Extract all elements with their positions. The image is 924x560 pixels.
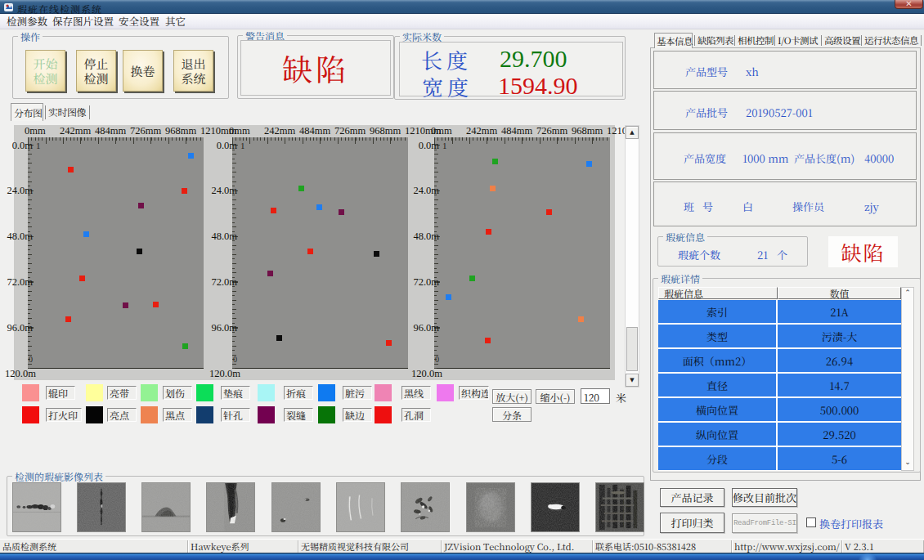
y-ruler-icon (232, 137, 238, 369)
defect-marker[interactable] (316, 204, 322, 210)
legend-swatch-亮点 (86, 406, 103, 423)
table-cell-label[interactable]: 分段 (658, 447, 776, 470)
defect-count-unit: 个 (777, 247, 787, 262)
table-cell-label[interactable]: 横向位置 (658, 398, 776, 421)
read-from-file-button[interactable]: ReadFromFile-SIM (732, 513, 797, 533)
status-section-4: 联系电话:0510-85381428 (593, 540, 732, 553)
product-model-box: 产品型号 xh (653, 51, 917, 89)
legend-label: 划伤 (163, 386, 192, 400)
table-cell-label[interactable]: 索引 (658, 300, 776, 323)
meter-range-input[interactable]: 120 (581, 388, 610, 404)
defect-marker[interactable] (490, 186, 496, 191)
defect-marker[interactable] (307, 249, 313, 254)
defect-thumbnail-5[interactable] (271, 482, 321, 532)
defect-marker[interactable] (386, 340, 392, 346)
y-tick-label: 48.0m (5, 231, 33, 241)
defect-thumbnail-1[interactable] (12, 482, 61, 532)
split-button[interactable]: 分条 (492, 407, 532, 422)
y-tick-label: 48.0m (209, 231, 237, 241)
defect-marker[interactable] (271, 208, 276, 213)
defect-marker[interactable] (137, 249, 142, 254)
defect-marker[interactable] (446, 294, 451, 300)
tab-distribution[interactable]: 分布图 (11, 103, 43, 121)
table-scrollbar[interactable]: ⌃ ⌄ (901, 287, 914, 471)
print-sort-button[interactable]: 打印归类 (660, 513, 724, 533)
status-section-0: 品质检测系统 (0, 540, 188, 553)
defect-marker[interactable] (486, 229, 491, 235)
table-cell-value[interactable]: 污渍-大 (778, 325, 901, 347)
close-button[interactable]: ✕ (895, 0, 923, 9)
defect-marker[interactable] (65, 316, 71, 322)
defect-marker[interactable] (267, 271, 273, 276)
plot-scrollbar[interactable]: ▲ ▼ (625, 125, 639, 388)
zoom-out-button[interactable]: 缩小(-) (536, 389, 575, 404)
table-cell-value[interactable]: 26.94 (778, 349, 901, 372)
table-cell-label[interactable]: 类型 (658, 325, 776, 347)
scatter-panel-3[interactable]: 10 (434, 137, 610, 369)
table-cell-value[interactable]: 14.7 (778, 374, 901, 396)
defect-marker[interactable] (83, 231, 89, 237)
y-tick-label: 120.0m (5, 369, 33, 379)
legend-swatch-孔洞 (375, 406, 392, 423)
defect-marker[interactable] (339, 209, 344, 215)
defect-marker[interactable] (182, 188, 187, 194)
defect-marker[interactable] (469, 276, 475, 281)
table-cell-value[interactable]: 21A (778, 300, 901, 323)
operator-label: 操作员 (792, 199, 824, 214)
defect-marker[interactable] (182, 343, 188, 349)
tab-io-test[interactable]: I/O卡测试 (776, 33, 819, 47)
plot-scrollbar-down-icon[interactable]: ▼ (626, 374, 639, 387)
defect-marker[interactable] (79, 276, 85, 281)
tab-defect-list[interactable]: 缺陷列表 (696, 33, 733, 47)
defect-marker[interactable] (546, 209, 552, 215)
defect-thumbnail-4[interactable] (206, 482, 255, 532)
product-record-button[interactable]: 产品记录 (660, 488, 724, 507)
defect-marker[interactable] (578, 316, 584, 322)
print-report-checkbox[interactable] (806, 517, 816, 527)
modify-batch-button[interactable]: 修改目前批次 (732, 488, 797, 507)
table-cell-value[interactable]: 5-6 (778, 447, 901, 470)
defect-thumbnail-10[interactable] (595, 482, 644, 532)
table-cell-label[interactable]: 面积（mm2） (658, 349, 776, 372)
print-report-checkbox-label: 换卷打印报表 (819, 516, 883, 531)
x-tick-label: 242mm (60, 126, 91, 137)
defect-marker[interactable] (298, 186, 304, 191)
defect-marker[interactable] (276, 335, 282, 341)
defect-indicator-text: 缺陷 (828, 236, 898, 267)
scatter-panel-2[interactable]: 10 (232, 137, 408, 369)
defect-marker[interactable] (586, 161, 592, 167)
defect-marker[interactable] (485, 338, 491, 343)
tab-realtime[interactable]: 实时图像 (46, 103, 87, 121)
table-scroll-up-icon[interactable]: ⌃ (902, 289, 913, 300)
defect-thumbnail-7[interactable] (401, 482, 450, 532)
legend-swatch-裂缝 (258, 406, 275, 423)
legend-label: 垫痕 (221, 386, 250, 400)
plot-scrollbar-thumb[interactable] (626, 327, 638, 371)
legend-swatch-垫痕 (196, 384, 213, 401)
table-cell-value[interactable]: 500.000 (778, 398, 901, 421)
tab-camera-control[interactable]: 相机控制 (736, 33, 773, 47)
defect-marker[interactable] (188, 153, 194, 159)
defect-marker[interactable] (138, 203, 144, 208)
tab-run-status[interactable]: 运行状态信息 (863, 33, 919, 47)
zoom-in-button[interactable]: 放大(+) (492, 389, 532, 404)
table-scroll-down-icon[interactable]: ⌄ (902, 458, 913, 469)
x-ruler-icon (232, 137, 408, 144)
defect-marker[interactable] (123, 302, 128, 308)
defect-thumbnail-8[interactable] (466, 482, 515, 532)
defect-thumbnail-9[interactable] (531, 482, 580, 532)
defect-thumbnail-3[interactable] (141, 482, 191, 532)
defect-thumbnail-2[interactable] (77, 482, 126, 532)
table-cell-value[interactable]: 29.520 (778, 423, 901, 446)
table-cell-label[interactable]: 直径 (658, 374, 776, 396)
tab-advanced-settings[interactable]: 高级设置 (823, 33, 859, 47)
tab-basic-info[interactable]: 基本信息 (654, 33, 693, 48)
defect-marker[interactable] (492, 159, 498, 164)
defect-marker[interactable] (153, 302, 159, 307)
plot-scrollbar-up-icon[interactable]: ▲ (626, 126, 639, 139)
scatter-panel-1[interactable]: 10 (28, 137, 204, 369)
defect-marker[interactable] (68, 167, 74, 172)
table-cell-label[interactable]: 纵向位置 (658, 423, 776, 446)
defect-marker[interactable] (374, 251, 379, 257)
defect-thumbnail-6[interactable] (336, 482, 385, 532)
